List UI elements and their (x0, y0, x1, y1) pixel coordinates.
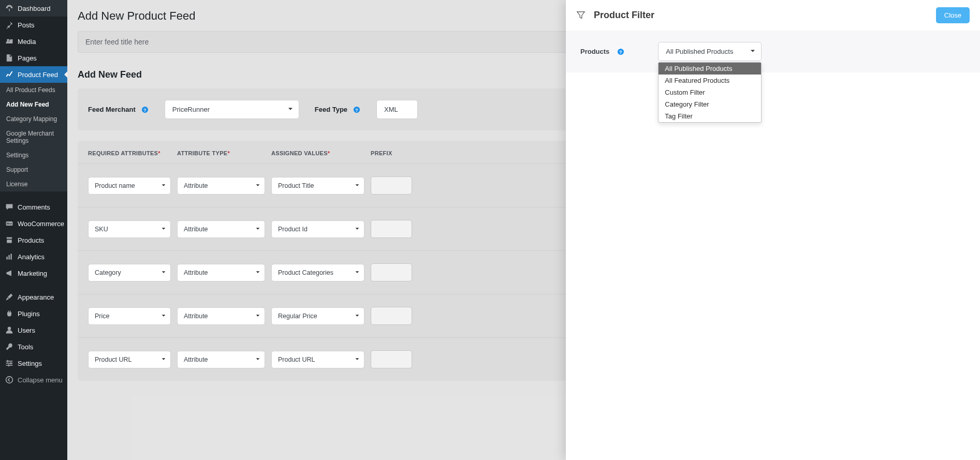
sidebar-item-label: Users (18, 327, 35, 334)
sidebar-item-media[interactable]: Media (0, 33, 67, 50)
sidebar-sub-all-product-feeds[interactable]: All Product Feeds (0, 83, 67, 97)
svg-rect-8 (6, 363, 13, 364)
sidebar-sub-support[interactable]: Support (0, 162, 67, 177)
prefix-input[interactable] (371, 176, 412, 195)
sidebar-item-analytics[interactable]: Analytics (0, 248, 67, 265)
required-attribute-select[interactable]: Product URL (88, 351, 171, 368)
attribute-type-select[interactable]: Attribute (177, 177, 265, 195)
sidebar-item-label: Appearance (18, 293, 54, 301)
attribute-type-select[interactable]: Attribute (177, 307, 265, 325)
chevron-down-icon (355, 313, 360, 320)
user-icon (4, 326, 14, 334)
prefix-input[interactable] (371, 220, 412, 238)
chevron-down-icon (161, 269, 166, 276)
dropdown-option[interactable]: Custom Filter (659, 86, 761, 98)
sidebar-item-posts[interactable]: Posts (0, 17, 67, 33)
assigned-value-select[interactable]: Product Title (271, 177, 364, 195)
page-icon (4, 54, 14, 62)
required-attribute-select[interactable]: SKU (88, 220, 171, 238)
sidebar-sub-category-mapping[interactable]: Category Mapping (0, 112, 67, 126)
tool-icon (4, 343, 14, 351)
sidebar-item-label: Marketing (18, 270, 47, 277)
sidebar-item-pages[interactable]: Pages (0, 50, 67, 66)
attribute-type-select[interactable]: Attribute (177, 264, 265, 281)
brush-icon (4, 293, 14, 301)
sidebar-item-label: Media (18, 38, 36, 46)
assigned-value-select[interactable]: Product URL (271, 351, 364, 368)
filter-icon (576, 10, 587, 21)
chevron-down-icon (161, 226, 166, 233)
plugin-icon (4, 309, 14, 318)
prefix-input[interactable] (371, 350, 412, 368)
sidebar-item-comments[interactable]: Comments (0, 199, 67, 215)
feed-type-select[interactable]: XML (376, 100, 418, 119)
sidebar-item-product-feed[interactable]: Product Feed (0, 66, 67, 83)
help-icon[interactable]: ? (353, 106, 361, 114)
product-filter-drawer: Product Filter Close Products ? All Publ… (566, 0, 980, 460)
assigned-value-select[interactable]: Regular Price (271, 307, 364, 325)
sidebar-item-label: Pages (18, 54, 37, 62)
products-select[interactable]: All Published Products (658, 42, 762, 61)
svg-rect-4 (8, 255, 9, 260)
chevron-down-icon (355, 269, 360, 276)
sidebar-item-label: Comments (18, 203, 50, 211)
svg-rect-10 (7, 360, 8, 363)
sidebar-item-plugins[interactable]: Plugins (0, 305, 67, 322)
chevron-down-icon (161, 356, 166, 363)
attribute-type-select[interactable]: Attribute (177, 220, 265, 238)
required-attribute-select[interactable]: Product name (88, 177, 171, 195)
svg-text:?: ? (355, 107, 358, 112)
sidebar-item-products[interactable]: Products (0, 232, 67, 248)
chevron-down-icon (161, 182, 166, 189)
dropdown-option[interactable]: All Published Products (659, 63, 761, 75)
analytics-icon (4, 253, 14, 261)
sidebar-item-users[interactable]: Users (0, 322, 67, 338)
sidebar-item-label: Plugins (18, 310, 40, 318)
pin-icon (4, 21, 14, 29)
sidebar-sub-license[interactable]: License (0, 177, 67, 191)
help-icon[interactable]: ? (617, 48, 625, 56)
feed-type-label: Feed Type (315, 106, 347, 113)
assigned-value-select[interactable]: Product Id (271, 220, 364, 238)
close-button[interactable]: Close (936, 7, 970, 23)
sidebar-item-label: Analytics (18, 253, 45, 261)
svg-rect-5 (10, 254, 11, 259)
products-label: Products (580, 48, 609, 55)
svg-rect-11 (10, 362, 11, 365)
sidebar-item-label: Tools (18, 343, 33, 351)
chevron-down-icon (355, 182, 360, 189)
dropdown-option[interactable]: Tag Filter (659, 110, 761, 122)
sidebar-item-label: Dashboard (18, 5, 51, 12)
feed-merchant-label: Feed Merchant (88, 106, 136, 113)
col-required: REQUIRED ATTRIBUTES (88, 150, 171, 156)
svg-text:?: ? (620, 49, 622, 54)
svg-rect-3 (6, 257, 7, 260)
dropdown-option[interactable]: All Featured Products (659, 75, 761, 86)
sidebar-item-tools[interactable]: Tools (0, 338, 67, 355)
dropdown-option[interactable]: Category Filter (659, 98, 761, 110)
svg-text:?: ? (143, 107, 146, 112)
prefix-input[interactable] (371, 263, 412, 281)
sidebar-item-woocommerce[interactable]: WooWooCommerce (0, 215, 67, 232)
chevron-down-icon (255, 313, 260, 320)
assigned-value-select[interactable]: Product Categories (271, 264, 364, 281)
help-icon[interactable]: ? (141, 106, 149, 114)
product-icon (4, 236, 14, 244)
sidebar-item-settings[interactable]: Settings (0, 355, 67, 372)
sidebar-item-appearance[interactable]: Appearance (0, 289, 67, 305)
sidebar-sub-add-new-feed[interactable]: Add New Feed (0, 97, 67, 112)
attribute-type-select[interactable]: Attribute (177, 351, 265, 368)
chevron-down-icon (355, 226, 360, 233)
collapse-menu[interactable]: Collapse menu (0, 372, 67, 388)
sidebar-sub-google-merchant-settings[interactable]: Google Merchant Settings (0, 126, 67, 148)
collapse-label: Collapse menu (18, 376, 63, 384)
required-attribute-select[interactable]: Price (88, 307, 171, 325)
feed-merchant-select[interactable]: PriceRunner (165, 100, 299, 119)
prefix-input[interactable] (371, 307, 412, 325)
required-attribute-select[interactable]: Category (88, 264, 171, 281)
sidebar-sub-settings[interactable]: Settings (0, 148, 67, 162)
col-assigned: ASSIGNED VALUES (271, 150, 364, 156)
sidebar-item-dashboard[interactable]: Dashboard (0, 0, 67, 17)
woo-icon: Woo (4, 219, 14, 228)
sidebar-item-marketing[interactable]: Marketing (0, 265, 67, 281)
